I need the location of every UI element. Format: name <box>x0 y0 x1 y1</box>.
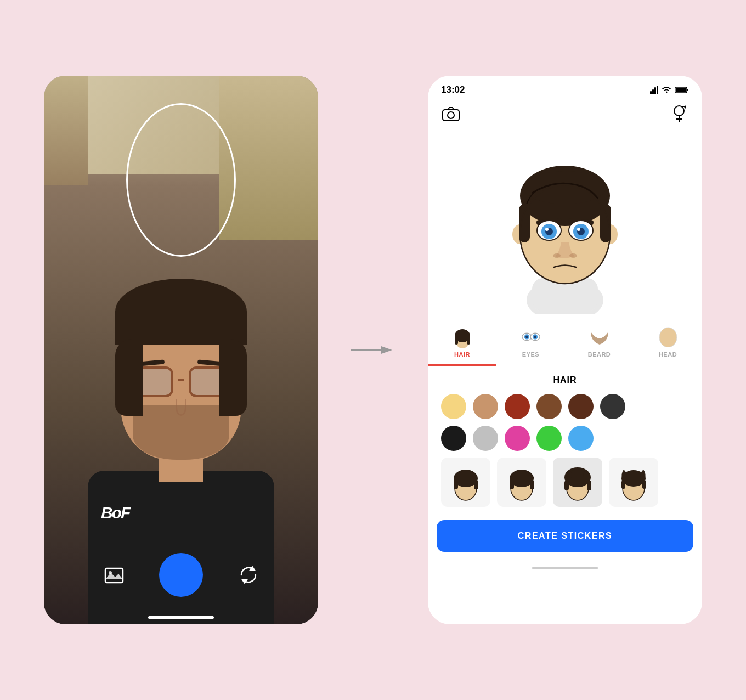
hair-left <box>115 339 143 416</box>
rotate-icon <box>238 564 259 585</box>
male-icon <box>671 105 687 123</box>
head-tab-icon <box>657 326 679 348</box>
tab-eyes[interactable]: EYES <box>496 319 565 366</box>
camera-icon <box>442 106 460 122</box>
color-swatch-black[interactable] <box>441 426 466 451</box>
svg-point-36 <box>577 228 580 231</box>
create-stickers-button[interactable]: CREATE STICKERS <box>437 520 693 552</box>
svg-rect-56 <box>474 481 478 489</box>
color-row-2 <box>439 426 691 451</box>
gallery-button[interactable] <box>101 563 126 588</box>
customization-panel: HAIR <box>428 366 702 516</box>
curtain-left <box>44 76 88 185</box>
svg-point-39 <box>553 253 561 258</box>
battery-icon <box>675 86 689 94</box>
svg-marker-1 <box>105 573 123 579</box>
transition-arrow <box>351 342 395 358</box>
svg-marker-4 <box>242 580 247 583</box>
svg-point-51 <box>534 336 536 338</box>
eyes-tab-icon <box>520 326 542 348</box>
status-time: 13:02 <box>441 84 465 95</box>
rotate-camera-button[interactable] <box>236 563 261 588</box>
svg-rect-8 <box>687 89 688 91</box>
svg-rect-0 <box>105 568 123 583</box>
svg-point-48 <box>525 336 528 338</box>
hair-tab-icon <box>451 326 473 348</box>
svg-rect-68 <box>642 481 646 489</box>
camera-controls <box>44 553 318 597</box>
color-swatch-auburn[interactable] <box>505 394 530 419</box>
camera-background: BoF <box>44 76 318 624</box>
svg-rect-55 <box>454 481 458 489</box>
glass-bridge <box>178 379 184 381</box>
svg-rect-45 <box>467 336 470 345</box>
eyes-tab-label: EYES <box>522 351 539 358</box>
color-swatch-green[interactable] <box>536 426 562 451</box>
status-icons <box>650 86 689 94</box>
svg-point-11 <box>448 112 454 118</box>
gallery-icon <box>103 564 125 586</box>
svg-rect-59 <box>510 481 514 489</box>
svg-rect-64 <box>587 481 591 490</box>
svg-rect-67 <box>621 481 625 489</box>
status-bar-right: 13:02 <box>428 76 702 100</box>
svg-rect-63 <box>564 481 569 490</box>
top-toolbar <box>428 100 702 133</box>
hairstyle-option-2[interactable] <box>497 458 546 507</box>
avatar-display <box>428 133 702 319</box>
color-swatch-pink[interactable] <box>505 426 530 451</box>
color-swatch-blue[interactable] <box>568 426 594 451</box>
color-swatch-dark-gray[interactable] <box>600 394 625 419</box>
color-swatch-light-brown[interactable] <box>473 394 498 419</box>
curtain <box>219 76 318 240</box>
svg-rect-60 <box>530 481 534 489</box>
avatar-svg <box>488 138 642 314</box>
gender-button[interactable] <box>669 104 689 124</box>
hair-right <box>219 339 247 416</box>
svg-marker-6 <box>381 346 392 354</box>
hair-top <box>115 279 247 345</box>
hair-tab-label: HAIR <box>454 351 470 358</box>
tab-beard[interactable]: BEARD <box>565 319 634 366</box>
section-title: HAIR <box>439 375 691 385</box>
tab-hair[interactable]: HAIR <box>428 319 496 366</box>
category-tabs: HAIR EYES <box>428 319 702 366</box>
svg-point-2 <box>109 571 112 574</box>
beard-tab-label: BEARD <box>588 351 611 358</box>
svg-point-26 <box>524 171 606 204</box>
nose <box>176 399 187 416</box>
face-detection-oval <box>126 103 236 257</box>
shirt-logo: BoF <box>101 504 129 522</box>
avatar-panel: 13:02 <box>428 76 702 624</box>
svg-rect-9 <box>676 88 686 92</box>
svg-rect-44 <box>455 336 458 345</box>
beard-tab-icon <box>589 326 611 348</box>
svg-point-12 <box>674 106 684 116</box>
wifi-icon <box>662 86 671 94</box>
head-tab-label: HEAD <box>659 351 677 358</box>
camera-panel: BoF <box>44 76 318 624</box>
main-container: BoF <box>44 48 702 652</box>
home-bar <box>532 567 598 569</box>
hairstyle-option-3[interactable] <box>553 458 602 507</box>
camera-button[interactable] <box>441 104 461 124</box>
signal-icon <box>650 86 658 94</box>
arrow-container <box>351 342 395 358</box>
svg-point-35 <box>545 228 549 231</box>
hairstyle-option-4[interactable] <box>609 458 658 507</box>
home-indicator-right <box>428 556 702 577</box>
hairstyle-row <box>439 458 691 507</box>
shirt: BoF <box>88 471 274 624</box>
color-swatch-dark-brown[interactable] <box>568 394 594 419</box>
capture-button[interactable] <box>159 553 203 597</box>
color-swatch-brown[interactable] <box>536 394 562 419</box>
svg-marker-3 <box>250 567 255 570</box>
color-swatch-blonde[interactable] <box>441 394 466 419</box>
color-row-1 <box>439 394 691 419</box>
svg-point-52 <box>659 328 677 347</box>
home-indicator-left <box>148 616 214 619</box>
svg-point-40 <box>569 253 577 258</box>
tab-head[interactable]: HEAD <box>634 319 702 366</box>
hairstyle-option-1[interactable] <box>441 458 490 507</box>
color-swatch-gray[interactable] <box>473 426 498 451</box>
